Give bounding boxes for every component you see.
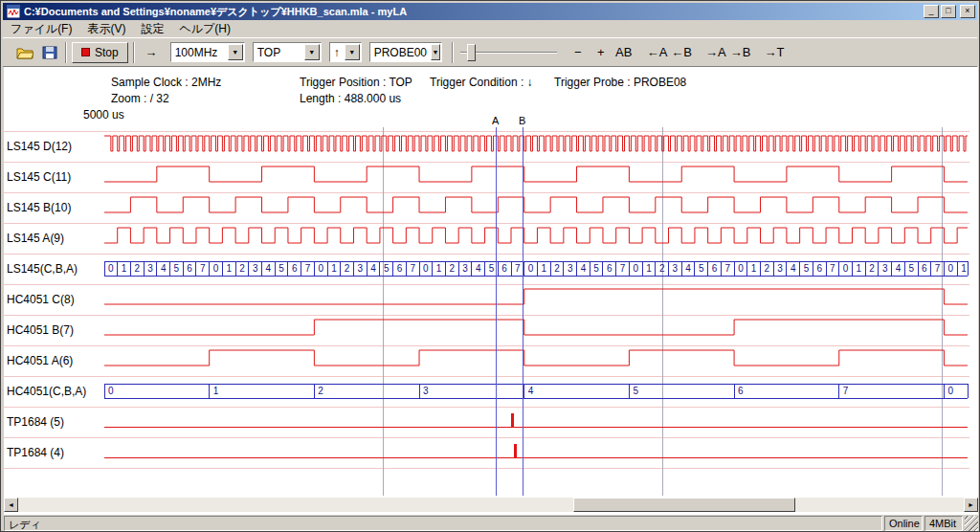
chevron-down-icon[interactable]: ▼ <box>431 44 440 60</box>
app-icon <box>7 5 20 18</box>
zoom-out-button[interactable]: − <box>567 42 590 63</box>
scroll-left-button[interactable]: ◄ <box>4 498 18 512</box>
toolbar: Stop → 100MHz ▼ TOP ▼ ↑ ▼ PROBE00 ▼ − + … <box>3 37 977 67</box>
time-scale-label: 5000 us <box>83 108 124 122</box>
goto-cursor-a-button[interactable]: ←A <box>645 42 670 63</box>
scrollbar-track[interactable] <box>18 498 964 512</box>
scroll-right-button[interactable]: ► <box>964 498 978 512</box>
chevron-down-icon[interactable]: ▼ <box>304 44 320 60</box>
trigger-edge-combo[interactable]: ↑ ▼ <box>329 42 362 62</box>
trigger-position-value: TOP <box>254 46 304 59</box>
sample-clock-value: 100MHz <box>171 46 228 59</box>
zoom-in-button[interactable]: + <box>590 42 612 63</box>
slider-thumb[interactable] <box>467 44 476 61</box>
run-button[interactable]: → <box>140 42 163 63</box>
scrollbar-thumb[interactable] <box>573 498 795 512</box>
toolbar-separator <box>65 42 67 63</box>
toolbar-separator <box>452 42 454 63</box>
menu-bar: ファイル(F) 表示(V) 設定 ヘルプ(H) <box>3 20 977 37</box>
info-trigger-probe: Trigger Probe : PROBE08 <box>554 76 686 89</box>
status-online: Online <box>884 516 923 531</box>
stop-label: Stop <box>95 46 119 59</box>
status-message: レディ <box>4 516 882 531</box>
chevron-down-icon[interactable]: ▼ <box>228 44 243 60</box>
trigger-position-combo[interactable]: TOP ▼ <box>253 42 322 62</box>
goto-trigger-button[interactable]: →T <box>762 42 786 63</box>
menu-file[interactable]: ファイル(F) <box>3 20 79 38</box>
close-button[interactable]: × <box>960 5 975 18</box>
app-window: C:¥Documents and Settings¥noname¥デスクトップ¥… <box>0 0 980 532</box>
set-cursor-a-button[interactable]: →A <box>703 42 728 63</box>
sample-clock-combo[interactable]: 100MHz ▼ <box>170 42 245 62</box>
minimize-button[interactable]: _ <box>924 5 939 18</box>
stop-icon <box>81 48 90 56</box>
open-button[interactable] <box>14 42 35 63</box>
menu-view[interactable]: 表示(V) <box>79 20 133 38</box>
info-sample-clock: Sample Clock : 2MHz <box>111 76 221 89</box>
info-trigger-condition: Trigger Condition : ↓ <box>430 76 533 89</box>
goto-cursor-b-button[interactable]: ←B <box>669 42 694 63</box>
probe-value: PROBE00 <box>370 46 431 59</box>
maximize-button[interactable]: □ <box>941 5 956 18</box>
toolbar-separator <box>133 42 135 63</box>
stop-button[interactable]: Stop <box>72 42 128 63</box>
title-bar: C:¥Documents and Settings¥noname¥デスクトップ¥… <box>3 3 977 20</box>
status-memory: 4MBit <box>924 516 963 531</box>
waveform-panel <box>4 67 978 515</box>
trigger-edge-value: ↑ <box>330 46 345 59</box>
menu-help[interactable]: ヘルプ(H) <box>171 20 238 38</box>
info-zoom: Zoom : / 32 <box>111 92 169 105</box>
set-cursor-b-button[interactable]: →B <box>728 42 753 63</box>
resize-grip[interactable] <box>965 516 978 531</box>
horizontal-scrollbar[interactable]: ◄ ► <box>4 498 978 512</box>
open-folder-icon <box>16 46 33 59</box>
status-bar: レディ Online 4MBit <box>4 516 978 531</box>
zoom-slider[interactable] <box>458 42 559 63</box>
save-button[interactable] <box>39 42 60 63</box>
window-title: C:¥Documents and Settings¥noname¥デスクトップ¥… <box>24 5 922 19</box>
ab-button[interactable]: AB <box>612 42 635 63</box>
menu-settings[interactable]: 設定 <box>133 20 171 38</box>
chevron-down-icon[interactable]: ▼ <box>345 44 360 60</box>
info-length: Length : 488.000 us <box>300 92 401 105</box>
floppy-icon <box>42 46 57 59</box>
probe-combo[interactable]: PROBE00 ▼ <box>369 42 442 62</box>
info-trigger-position: Trigger Position : TOP <box>300 76 412 89</box>
